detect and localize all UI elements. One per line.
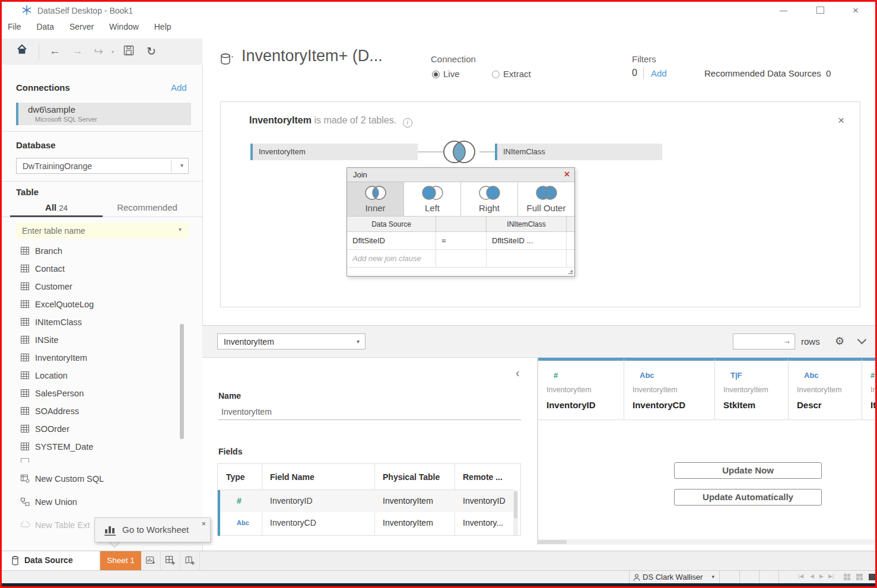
table-list-item[interactable]: INItemClass [16,314,176,332]
preview-table-select[interactable]: InventoryItem ▾ [217,333,366,349]
connection-card[interactable]: dw6\sample Microsoft SQL Server [16,103,191,125]
field-row[interactable]: Abc InventoryCD InventoryItem Inventory.… [218,512,517,534]
nav-next-icon[interactable]: ▶ [819,573,824,579]
go-to-worksheet-tooltip[interactable]: Go to Worksheet × [94,517,211,542]
update-now-button[interactable]: Update Now [674,462,822,479]
join-type-inner[interactable]: Inner [347,182,404,217]
table-list-item[interactable]: SYSTEM_Date [16,438,176,456]
table-list-item[interactable]: InventoryItem [16,349,176,367]
datasource-icon[interactable] [219,52,234,70]
user-menu[interactable]: DS Clark Walliser ▾ [629,571,720,583]
table-list-item[interactable]: SalesPerson [16,385,176,403]
new-custom-sql-item[interactable]: New Custom SQL [16,471,176,488]
maximize-button[interactable] [811,5,829,16]
join-type-right[interactable]: Right [461,182,518,217]
search-caret-icon[interactable]: ▾ [179,226,182,233]
extract-label: Extract [503,69,531,79]
forward-icon[interactable]: → [72,45,83,58]
grid-horizontal-scrollbar[interactable] [538,539,877,545]
user-name: DS Clark Walliser [643,573,703,581]
new-story-button[interactable] [180,551,200,570]
resize-grip[interactable] [568,270,573,274]
nav-first-icon[interactable]: |◀ [798,573,803,579]
info-icon[interactable]: i [403,118,412,128]
sidebar-scrollbar[interactable] [180,324,184,439]
refresh-icon[interactable]: ↻ [147,45,156,58]
gear-icon[interactable]: ⚙ [835,335,844,348]
chevron-down-icon[interactable] [857,335,867,345]
table-name: SOAddress [35,406,79,416]
join-clause-left[interactable]: DfltSiteID [347,232,436,250]
menu-file[interactable]: File [8,22,21,31]
join-clause-right[interactable]: DfltSiteID ... [487,232,567,250]
save-icon[interactable] [123,45,134,59]
database-title: Database [16,140,56,150]
new-union-item[interactable]: New Union [16,494,176,511]
recommended-label: Recommended Data Sources [704,68,821,78]
tab-all[interactable]: All 24 [10,202,103,212]
table-list-item[interactable]: SOOrder [16,421,176,438]
table-list-item[interactable]: SOAddress [16,403,176,421]
fields-scrollbar[interactable] [513,490,518,535]
view-split-icon[interactable] [856,574,863,580]
menu-help[interactable]: Help [154,22,171,31]
update-automatically-button[interactable]: Update Automatically [674,489,822,506]
menu-data[interactable]: Data [36,22,54,31]
add-connection-link[interactable]: Add [171,82,187,93]
field-row[interactable]: # InventoryID InventoryItem InventoryID [218,490,517,512]
table-list-item[interactable]: ExcelQuoteLog [16,296,176,314]
join-clause-operator[interactable]: = [436,232,487,250]
add-filter-link[interactable]: Add [651,68,667,78]
tab-sheet1[interactable]: Sheet 1 [100,551,141,570]
back-icon[interactable]: ← [49,45,61,58]
table-search-input[interactable] [16,223,189,239]
home-icon[interactable] [16,43,28,58]
table-list-item[interactable]: Branch [16,243,176,260]
join-table-left[interactable]: InventoryItem [250,144,418,160]
close-icon[interactable]: × [564,169,570,180]
apply-rows-icon[interactable]: → [783,336,791,345]
nav-last-icon[interactable]: ▶| [828,573,834,579]
close-icon[interactable]: × [201,519,206,528]
window-bottom-edge [2,583,877,588]
table-list-item[interactable]: Customer [16,278,176,296]
nav-previous-icon[interactable]: ◀ [810,573,814,579]
tab-data-source[interactable]: Data Source [2,551,100,570]
join-table-right[interactable]: INItemClass [495,144,662,160]
join-type-full-outer[interactable]: Full Outer [518,182,574,217]
close-window-button[interactable]: × [847,5,865,16]
view-full-icon[interactable] [869,574,875,580]
new-worksheet-button[interactable] [141,551,161,570]
minimize-button[interactable] [774,5,792,16]
grid-column-header[interactable]: Abc InventoryItem Descr [789,358,862,420]
live-radio[interactable]: Live [432,69,460,80]
name-value[interactable]: InventoryItem [221,407,272,417]
collapse-panel-icon[interactable]: ‹ [516,366,520,380]
tab-recommended[interactable]: Recommended [103,202,192,212]
menu-window[interactable]: Window [109,22,139,31]
recommended-count: 0 [826,68,831,78]
menu-server[interactable]: Server [69,22,94,31]
database-select[interactable]: DwTrainingOrange ▾ [16,158,189,174]
remote-field-cell: InventoryID [455,490,513,512]
view-grid-icon[interactable] [844,574,850,580]
add-join-clause[interactable]: Add new join clause [347,250,436,268]
grid-column-header[interactable]: T|F InventoryItem StkItem [715,358,789,420]
close-icon[interactable]: × [838,114,844,127]
recommended-datasources[interactable]: Recommended Data Sources 0 [704,68,831,78]
extract-radio[interactable]: Extract [492,69,531,80]
join-dialog-header[interactable]: Join × [347,168,574,182]
grid-column-header[interactable]: # Inve Ite [862,358,877,420]
venn-inner-join-icon[interactable] [440,135,478,171]
grid-column-header[interactable]: # InventoryItem InventoryID [538,358,624,420]
table-list-item[interactable]: Contact [16,260,176,278]
worksheet-chart-icon [104,525,116,538]
grid-column-header[interactable]: Abc InventoryItem InventoryCD [624,358,715,420]
table-list-item[interactable]: INSite [16,332,176,349]
redo-caret-icon[interactable]: ▾ [112,49,114,55]
new-dashboard-button[interactable] [161,551,180,570]
table-list-item[interactable]: Location [16,367,176,385]
join-type-left[interactable]: Left [404,182,461,217]
datasource-title[interactable]: InventoryItem+ (D... [242,47,383,65]
redo-icon[interactable]: ↪ [94,45,103,58]
